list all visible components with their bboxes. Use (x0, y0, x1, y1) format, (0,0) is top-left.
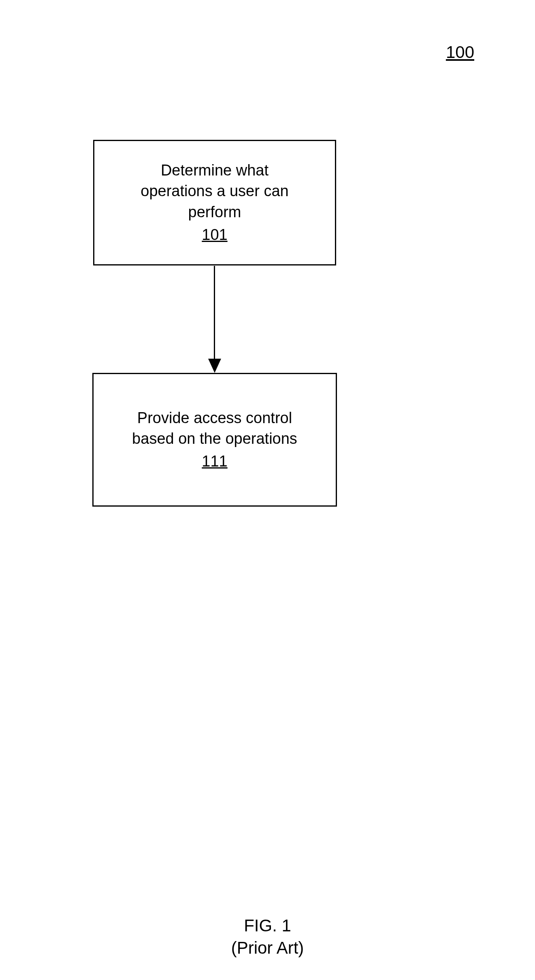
box-101-text: Determine whatoperations a user canperfo… (141, 160, 288, 223)
figure-number-label: 100 (446, 43, 474, 62)
figure-caption: FIG. 1 (0, 916, 535, 935)
flowchart-box-101: Determine whatoperations a user canperfo… (93, 140, 336, 265)
box-111-text: Provide access controlbased on the opera… (132, 408, 297, 449)
prior-art-caption: (Prior Art) (0, 938, 535, 958)
box-111-ref: 111 (202, 451, 227, 472)
arrow-line (214, 266, 215, 361)
flowchart-box-111: Provide access controlbased on the opera… (92, 373, 337, 507)
box-101-ref: 101 (202, 225, 227, 245)
arrow-head-icon (208, 359, 221, 373)
